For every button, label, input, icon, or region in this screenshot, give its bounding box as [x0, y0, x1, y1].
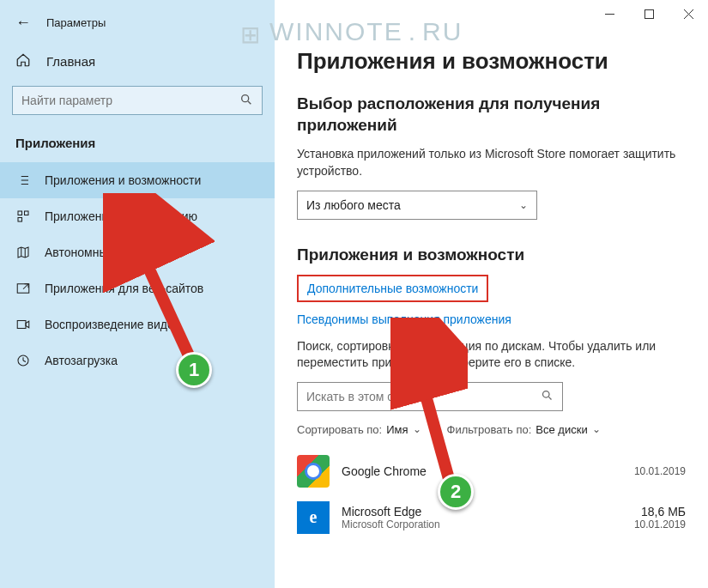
svg-line-25	[548, 397, 551, 399]
app-search-placeholder: Искать в этом списке	[306, 390, 541, 403]
filters-row: Сортировать по: Имя ⌄ Фильтровать по: Вс…	[297, 423, 686, 436]
sidebar-item-label: Автозагрузка	[45, 354, 118, 367]
list-icon	[15, 173, 31, 188]
edge-icon: e	[297, 501, 330, 534]
home-icon	[15, 52, 31, 70]
app-info: Google Chrome	[342, 464, 622, 478]
install-source-dropdown[interactable]: Из любого места ⌄	[297, 191, 537, 220]
app-date: 10.01.2019	[634, 465, 686, 477]
close-button[interactable]	[669, 0, 708, 27]
map-icon	[15, 245, 31, 260]
titlebar: ← Параметры	[0, 9, 275, 45]
sidebar-item-offline-maps[interactable]: Автономные карты	[0, 234, 275, 270]
chevron-down-icon: ⌄	[413, 423, 421, 435]
window-controls	[590, 0, 708, 27]
app-info: Microsoft Edge Microsoft Corporation	[342, 505, 622, 530]
sidebar-item-label: Приложения для веб-сайтов	[45, 282, 203, 295]
watermark-text: WINNOTE	[269, 17, 403, 46]
chrome-icon	[297, 455, 330, 488]
defaults-icon	[15, 209, 31, 224]
search-icon	[541, 389, 554, 404]
section1-title: Выбор расположения для получения приложе…	[297, 94, 686, 136]
svg-marker-16	[26, 321, 29, 328]
startup-icon	[15, 353, 31, 368]
app-search[interactable]: Искать в этом списке	[297, 382, 563, 411]
filter-value: Все диски	[536, 423, 587, 436]
sidebar-home[interactable]: Главная	[0, 45, 275, 86]
svg-rect-9	[25, 211, 29, 215]
watermark-text: RU	[422, 17, 463, 46]
page-title: Приложения и возможности	[297, 48, 686, 75]
svg-point-24	[543, 391, 550, 397]
maximize-button[interactable]	[629, 0, 669, 27]
sidebar-search[interactable]	[12, 86, 263, 115]
dropdown-value: Из любого места	[306, 198, 401, 212]
sidebar-item-apps-features[interactable]: Приложения и возможности	[0, 162, 275, 198]
svg-rect-8	[18, 211, 22, 215]
home-label: Главная	[46, 54, 95, 69]
svg-point-0	[242, 94, 249, 101]
svg-line-19	[23, 361, 26, 362]
search-icon	[239, 93, 253, 109]
sort-control[interactable]: Сортировать по: Имя ⌄	[297, 423, 421, 436]
annotation-badge-1: 1	[176, 352, 212, 388]
sidebar-item-label: Приложения по умолчанию	[45, 209, 197, 223]
filter-control[interactable]: Фильтровать по: Все диски ⌄	[447, 423, 601, 436]
app-row[interactable]: e Microsoft Edge Microsoft Corporation 1…	[297, 494, 686, 541]
content-area: Приложения и возможности Выбор расположе…	[275, 0, 708, 588]
section1-text: Установка приложений только из Microsoft…	[297, 146, 686, 179]
svg-rect-15	[17, 321, 26, 329]
sidebar-item-label: Воспроизведение видео	[45, 318, 180, 331]
watermark-dot: .	[408, 17, 417, 46]
search-input[interactable]	[21, 94, 239, 107]
app-size: 18,6 МБ	[634, 505, 686, 518]
app-row[interactable]: Google Chrome 10.01.2019	[297, 448, 686, 494]
sort-label: Сортировать по:	[297, 423, 382, 436]
sidebar-item-web-apps[interactable]: Приложения для веб-сайтов	[0, 270, 275, 306]
svg-line-14	[23, 284, 28, 289]
web-icon	[15, 281, 31, 296]
svg-line-1	[248, 101, 251, 104]
svg-rect-21	[644, 9, 653, 18]
sidebar-item-video[interactable]: Воспроизведение видео	[0, 306, 275, 342]
app-meta: 10.01.2019	[634, 465, 686, 477]
app-name: Google Chrome	[342, 464, 622, 478]
video-icon	[15, 317, 31, 332]
windows-icon	[240, 20, 264, 44]
section2-title: Приложения и возможности	[297, 246, 686, 264]
section2-text: Поиск, сортировка и фильтрация по дискам…	[297, 338, 686, 372]
app-date: 10.01.2019	[634, 518, 686, 530]
sidebar: ← Параметры Главная Приложения Приложени…	[0, 0, 275, 588]
sidebar-section: Приложения	[0, 130, 275, 162]
annotation-badge-2: 2	[438, 474, 474, 510]
app-meta: 18,6 МБ 10.01.2019	[634, 505, 686, 530]
app-publisher: Microsoft Corporation	[342, 518, 622, 530]
watermark: WINNOTE.RU	[240, 17, 463, 46]
sidebar-item-label: Приложения и возможности	[45, 173, 201, 187]
sidebar-item-default-apps[interactable]: Приложения по умолчанию	[0, 198, 275, 234]
window-title: Параметры	[46, 16, 106, 29]
app-aliases-link[interactable]: Псевдонимы выполнения приложения	[297, 312, 686, 326]
minimize-button[interactable]	[590, 0, 629, 27]
filter-label: Фильтровать по:	[447, 423, 532, 436]
app-name: Microsoft Edge	[342, 505, 622, 518]
sidebar-item-label: Автономные карты	[45, 246, 150, 259]
sort-value: Имя	[386, 423, 408, 436]
chevron-down-icon: ⌄	[519, 199, 528, 211]
svg-rect-10	[18, 218, 22, 222]
optional-features-link[interactable]: Дополнительные возможности	[297, 275, 488, 302]
back-button[interactable]: ←	[15, 14, 31, 32]
chevron-down-icon: ⌄	[592, 423, 601, 435]
sidebar-item-startup[interactable]: Автозагрузка	[0, 342, 275, 379]
